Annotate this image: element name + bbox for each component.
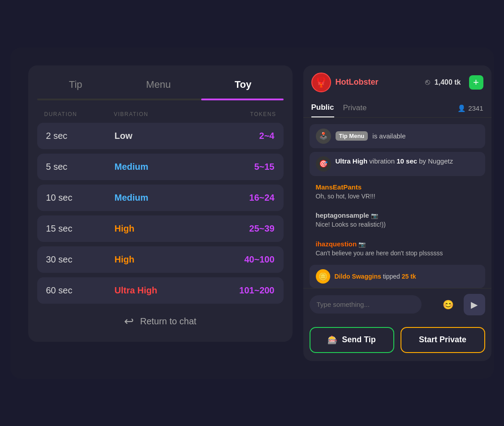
chat-username-2: ihazquestion 📷 bbox=[316, 240, 366, 248]
profile-bar: 🦞 HotLobster ⎋ 1,400 tk + bbox=[303, 65, 491, 99]
row-tokens-3: 25~39 bbox=[206, 224, 275, 234]
tip-coin-icon: 🪙 bbox=[316, 269, 330, 284]
toy-row-4[interactable]: 30 sec High 40~100 bbox=[37, 246, 284, 273]
row-tokens-0: 2~4 bbox=[206, 131, 275, 141]
tab-tip[interactable]: Tip bbox=[60, 76, 91, 93]
row-vibration-5: Ultra High bbox=[115, 285, 206, 296]
row-tokens-1: 5~15 bbox=[206, 162, 275, 172]
tip-text: Dildo Swaggins tipped 25 tk bbox=[335, 273, 416, 280]
bottom-buttons: 🎰 Send Tip Start Private bbox=[303, 321, 491, 361]
chat-tabs: Public Private 👤 2341 bbox=[303, 99, 491, 118]
tab-toy[interactable]: Toy bbox=[226, 76, 260, 93]
col-header-duration: DURATION bbox=[44, 111, 114, 117]
msg-system-tipmenu: 🕹️ Tip Menu is available bbox=[310, 124, 485, 148]
row-duration-1: 5 sec bbox=[46, 162, 115, 172]
row-duration-2: 10 sec bbox=[46, 193, 115, 203]
chat-tab-private[interactable]: Private bbox=[343, 103, 367, 117]
start-private-label: Start Private bbox=[419, 335, 466, 344]
chat-body-1: Nice! Looks so realistic!)) bbox=[316, 220, 479, 229]
tip-menu-icon: 🕹️ bbox=[316, 129, 331, 144]
chat-messages: 🕹️ Tip Menu is available 🎯 Ultra High vi… bbox=[303, 118, 491, 288]
toy-row-3[interactable]: 15 sec High 25~39 bbox=[37, 215, 284, 242]
tab-menu[interactable]: Menu bbox=[137, 76, 180, 93]
msg-tip: 🪙 Dildo Swaggins tipped 25 tk bbox=[310, 265, 485, 288]
main-container: Tip Menu Toy DURATION VIBRATION TOKENS 2… bbox=[10, 47, 494, 379]
msg-chat-1: heptagonsample 📷 Nice! Looks so realisti… bbox=[310, 208, 485, 233]
tip-menu-badge: Tip Menu bbox=[336, 131, 368, 141]
viewer-number: 2341 bbox=[468, 104, 483, 112]
chat-input[interactable] bbox=[310, 295, 422, 314]
row-vibration-4: High bbox=[115, 254, 206, 265]
row-vibration-1: Medium bbox=[115, 162, 206, 172]
tokens-display: 1,400 tk bbox=[435, 78, 461, 86]
msg-chat-0: MansEatPants Oh, so hot, love VR!!! bbox=[310, 180, 485, 205]
chat-input-area: 😊 ▶ bbox=[303, 288, 491, 321]
chat-tab-public[interactable]: Public bbox=[311, 103, 334, 117]
chat-username-1: heptagonsample 📷 bbox=[316, 211, 378, 219]
msg-vibration: 🎯 Ultra High vibration 10 sec by Nuggetz bbox=[310, 152, 485, 176]
row-vibration-0: Low bbox=[115, 131, 206, 141]
row-duration-5: 60 sec bbox=[46, 285, 115, 296]
start-private-button[interactable]: Start Private bbox=[401, 327, 485, 353]
row-vibration-2: Medium bbox=[115, 193, 206, 203]
exit-icon[interactable]: ⎋ bbox=[425, 77, 430, 87]
chat-username-0: MansEatPants bbox=[316, 183, 362, 191]
row-tokens-2: 16~24 bbox=[206, 193, 275, 203]
row-tokens-5: 101~200 bbox=[206, 285, 275, 296]
col-header-vibration: VIBRATION bbox=[114, 111, 207, 117]
column-headers: DURATION VIBRATION TOKENS bbox=[37, 111, 284, 117]
toy-row-2[interactable]: 10 sec Medium 16~24 bbox=[37, 185, 284, 211]
send-tip-label: Send Tip bbox=[342, 335, 376, 344]
send-tip-icon: 🎰 bbox=[327, 335, 337, 345]
return-label: Return to chat bbox=[140, 316, 197, 327]
tab-active-underline bbox=[201, 99, 283, 100]
toy-row-5[interactable]: 60 sec Ultra High 101~200 bbox=[37, 277, 284, 304]
chat-body-0: Oh, so hot, love VR!!! bbox=[316, 192, 479, 201]
viewer-icon: 👤 bbox=[457, 104, 466, 112]
msg-chat-2: ihazquestion 📷 Can't believe you are her… bbox=[310, 237, 485, 262]
toy-row-0[interactable]: 2 sec Low 2~4 bbox=[37, 123, 284, 149]
avatar: 🦞 bbox=[311, 73, 331, 92]
tab-bar: Tip Menu Toy bbox=[37, 76, 284, 93]
vr-icon-1: 📷 bbox=[371, 212, 378, 219]
row-duration-0: 2 sec bbox=[46, 131, 115, 141]
emoji-button[interactable]: 😊 bbox=[443, 299, 454, 310]
send-tip-button[interactable]: 🎰 Send Tip bbox=[310, 327, 394, 353]
toy-row-1[interactable]: 5 sec Medium 5~15 bbox=[37, 154, 284, 180]
add-tokens-button[interactable]: + bbox=[469, 75, 483, 90]
vibration-icon: 🎯 bbox=[316, 156, 331, 172]
avatar-emoji: 🦞 bbox=[315, 77, 327, 88]
send-message-button[interactable]: ▶ bbox=[464, 294, 485, 315]
right-panel: 🦞 HotLobster ⎋ 1,400 tk + Public Private… bbox=[303, 65, 491, 361]
tip-menu-text: is available bbox=[372, 132, 405, 140]
return-icon: ↩ bbox=[124, 314, 134, 328]
return-to-chat-button[interactable]: ↩ Return to chat bbox=[37, 314, 284, 328]
left-panel: Tip Menu Toy DURATION VIBRATION TOKENS 2… bbox=[28, 65, 293, 342]
tab-underline-container bbox=[37, 99, 284, 100]
vibration-text: Ultra High vibration 10 sec by Nuggetz bbox=[336, 156, 453, 166]
row-vibration-3: High bbox=[115, 224, 206, 234]
col-header-tokens: TOKENS bbox=[207, 111, 276, 117]
chat-input-wrapper: 😊 bbox=[310, 295, 459, 314]
username-label: HotLobster bbox=[336, 77, 419, 87]
vr-icon-2: 📷 bbox=[358, 241, 366, 248]
row-duration-4: 30 sec bbox=[46, 254, 115, 265]
row-tokens-4: 40~100 bbox=[206, 254, 275, 265]
viewer-count: 👤 2341 bbox=[457, 104, 483, 116]
chat-body-2: Can't believe you are here don't stop pl… bbox=[316, 249, 479, 258]
row-duration-3: 15 sec bbox=[46, 224, 115, 234]
